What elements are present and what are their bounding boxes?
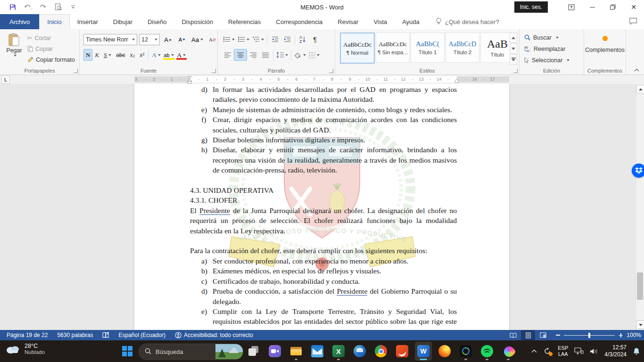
list-item[interactable]: h)Diseñar, elaborar y emitir mensajes de… [190, 145, 457, 175]
tray-overflow-icon[interactable] [531, 349, 537, 353]
zoom-slider-thumb[interactable] [588, 333, 590, 338]
style-título2[interactable]: AaBbCcDTítulo 2 [446, 33, 479, 63]
edge-taskbar-button[interactable] [351, 342, 368, 361]
sign-in-button[interactable]: Inic. ses. [514, 1, 548, 13]
accessibility-status[interactable]: Accesibilidad: todo correcto [172, 330, 256, 340]
tab-correspondencia[interactable]: Correspondencia [268, 14, 330, 29]
align-right-button[interactable] [247, 49, 259, 60]
redo-icon[interactable] [39, 3, 47, 11]
styles-dialog-launcher[interactable] [513, 69, 518, 73]
tab-disposición[interactable]: Disposición [174, 14, 220, 29]
customize-quick-access-icon[interactable] [69, 3, 77, 11]
tab-vista[interactable]: Vista [366, 14, 395, 29]
subscript-button[interactable]: x₂ [128, 49, 138, 61]
tab-referencias[interactable]: Referencias [221, 14, 268, 29]
excel-taskbar-button[interactable] [330, 342, 347, 361]
list-item[interactable]: c)Certificados de trabajo, honorabilidad… [190, 276, 457, 286]
word-count[interactable]: 5630 palabras [54, 330, 96, 340]
zoom-level[interactable]: 100% [627, 332, 641, 338]
line-spacing-button[interactable] [275, 49, 289, 60]
paragraph[interactable]: 4.3.1. CHOFER [190, 195, 457, 205]
styles-scroll-up-icon[interactable] [510, 33, 517, 43]
styles-scroll-down-icon[interactable] [510, 43, 517, 54]
text-effects-button[interactable]: A [150, 49, 162, 60]
tab-stop-selector[interactable]: L [1, 75, 10, 84]
multilevel-list-button[interactable] [251, 34, 265, 45]
explorer-taskbar-button[interactable] [288, 342, 305, 361]
addins-button[interactable]: Complementos [584, 33, 626, 53]
print-preview-icon[interactable] [54, 3, 62, 11]
webex-taskbar-button[interactable] [457, 342, 474, 361]
paragraph[interactable]: 4.3. UNIDAD OPERATIVA [190, 185, 457, 195]
numbering-button[interactable] [236, 34, 251, 45]
decrease-indent-button[interactable] [269, 34, 281, 45]
list-item[interactable]: a)Ser conductor profesional, con experie… [190, 256, 457, 266]
font-name-select[interactable]: Times New Roma [83, 34, 137, 45]
tab-revisar[interactable]: Revisar [330, 14, 366, 29]
replace-button[interactable]: abac Reemplazar [524, 44, 570, 53]
dropbox-badge-icon[interactable] [632, 164, 644, 178]
find-button[interactable]: Buscar [524, 33, 570, 42]
sync-update-icon[interactable] [543, 347, 552, 355]
restore-button[interactable] [603, 0, 623, 14]
start-button[interactable] [121, 345, 134, 358]
list-item[interactable]: d)Prueba de conducción, a satisfacción d… [190, 286, 457, 306]
vertical-scrollbar[interactable] [636, 84, 644, 330]
chrome-taskbar-button[interactable] [372, 342, 389, 361]
tab-inicio[interactable]: Inicio [39, 14, 69, 29]
tab-archivo[interactable]: Archivo [0, 14, 39, 29]
clipboard-dialog-launcher[interactable] [74, 69, 78, 73]
tab-diseño[interactable]: Diseño [140, 14, 174, 29]
style-título1[interactable]: AaBbC(Título 1 [411, 33, 445, 63]
style-normal[interactable]: AaBbCcDc¶ Normal [340, 33, 375, 64]
list-item[interactable]: e)Manejo de sistemas de administración d… [190, 105, 457, 115]
taskbar-search[interactable]: Búsqueda [139, 344, 243, 360]
paragraph[interactable]: El Presidente de la Junta Parroquial des… [190, 206, 457, 236]
weather-widget[interactable]: 28°C Nublado [5, 343, 45, 355]
feedback-comment-icon[interactable] [629, 17, 637, 27]
tab-ayuda[interactable]: Ayuda [395, 14, 427, 29]
show-marks-button[interactable]: ¶ [309, 34, 321, 45]
save-icon[interactable] [8, 3, 17, 11]
style-sinespa[interactable]: AaBbCcDc¶ Sin espa... [376, 33, 410, 63]
close-button[interactable]: ✕ [623, 0, 644, 14]
zoom-out-icon[interactable] [556, 335, 560, 336]
word-taskbar-button[interactable] [415, 342, 432, 361]
cut-button[interactable]: ✂ Cortar [27, 33, 75, 42]
list-item[interactable]: d)In formar las actividades desarrollada… [190, 84, 457, 105]
shrink-font-button[interactable]: A [176, 34, 188, 45]
font-size-select[interactable]: 12 [139, 34, 160, 45]
scrollbar-thumb[interactable] [637, 272, 643, 300]
change-case-button[interactable]: Aa [190, 34, 205, 45]
shading-button[interactable] [293, 49, 307, 60]
undo-icon[interactable] [24, 3, 32, 11]
indent-markers[interactable] [187, 75, 192, 84]
language-switcher[interactable]: ESPLAA [558, 345, 568, 357]
spotify-taskbar-button[interactable] [479, 342, 495, 361]
paste-button[interactable]: Pegar [4, 33, 25, 65]
web-layout-button[interactable] [536, 330, 550, 340]
read-mode-button[interactable] [506, 330, 520, 340]
tell-me-box[interactable]: ¿Qué desea hacer? [436, 14, 499, 29]
document-content[interactable]: d)In formar las actividades desarrollada… [190, 84, 457, 330]
clock[interactable]: 12:57 4/3/2024 [604, 344, 627, 358]
format-painter-button[interactable]: Copiar formato [27, 55, 75, 64]
styles-gallery-more-icon[interactable] [510, 54, 517, 65]
list-item[interactable]: e)Cumplir con la Ley de Transporte Terre… [190, 306, 457, 330]
font-dialog-launcher[interactable] [212, 69, 216, 73]
colorapp-taskbar-button[interactable] [500, 342, 517, 361]
language-indicator[interactable]: Español (Ecuador) [116, 330, 168, 340]
zoom-slider[interactable] [564, 335, 615, 336]
chat-taskbar-button[interactable] [266, 342, 283, 361]
proofing-status-icon[interactable] [99, 330, 112, 340]
volume-icon[interactable] [590, 348, 598, 355]
list-item[interactable]: g)Diseñar boletines informativos digital… [190, 135, 457, 145]
list-item[interactable]: b)Exámenes médicos, en especial los de r… [190, 266, 457, 276]
minimize-button[interactable] [582, 0, 603, 14]
mail-taskbar-button[interactable] [309, 342, 326, 361]
page-indicator[interactable]: Página 19 de 22 [4, 330, 50, 340]
print-layout-button[interactable] [521, 330, 535, 340]
borders-button[interactable] [307, 49, 321, 60]
document-page[interactable]: VALLE HERMOSO TURÍSTICO Y PRODUCTIVO d)I… [134, 84, 509, 330]
list-item[interactable]: f)Crear, dirigir espacios y medios de co… [190, 115, 457, 135]
